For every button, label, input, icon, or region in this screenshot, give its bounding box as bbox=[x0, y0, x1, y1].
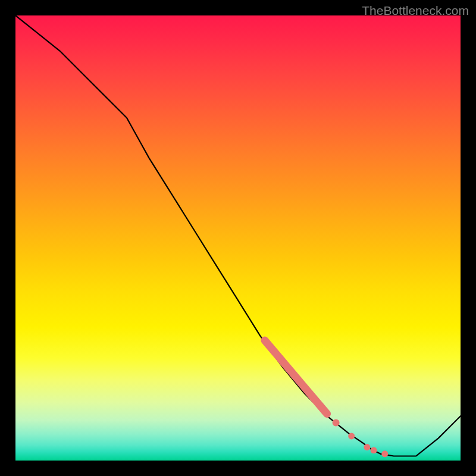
highlight-dots-group bbox=[333, 419, 389, 457]
highlight-dot bbox=[381, 450, 388, 457]
chart-plot-area bbox=[15, 15, 461, 461]
highlight-thick-segment bbox=[265, 340, 327, 414]
highlight-dot bbox=[371, 447, 377, 453]
highlight-dot bbox=[364, 444, 370, 450]
highlight-dot bbox=[348, 433, 355, 439]
highlight-dot bbox=[333, 419, 340, 426]
chart-svg bbox=[15, 15, 461, 461]
main-curve-line bbox=[15, 15, 461, 456]
watermark-text: TheBottleneck.com bbox=[362, 4, 469, 18]
